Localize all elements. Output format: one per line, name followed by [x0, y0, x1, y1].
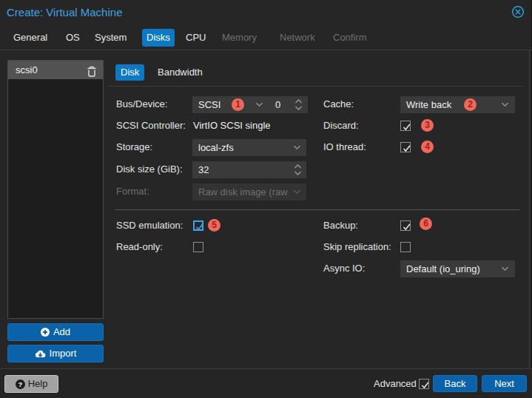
discard-label: Discard:: [323, 118, 359, 134]
help-button[interactable]: ? Help: [4, 375, 58, 393]
chevron-down-icon: [501, 266, 509, 271]
io-thread-label: IO thread:: [323, 139, 366, 155]
chevron-down-icon: [293, 189, 301, 195]
help-button-label: Help: [28, 378, 48, 389]
chevron-down-icon: [501, 102, 509, 107]
panel-tab-separator: [108, 86, 522, 87]
disk-list-panel: scsi0: [7, 60, 104, 319]
import-button-label: Import: [50, 348, 77, 359]
delete-disk-icon[interactable]: [87, 64, 97, 75]
disk-size-label: Disk size (GiB):: [116, 161, 183, 178]
skip-replication-label: Skip replication:: [323, 239, 391, 255]
add-button[interactable]: Add: [7, 323, 104, 341]
check-icon: [420, 380, 430, 390]
wizard-tabbar: General OS System Disks CPU Memory Netwo…: [0, 28, 532, 50]
read-only-checkbox[interactable]: [193, 242, 203, 252]
disk-size-value: 32: [198, 161, 209, 178]
tab-memory: Memory: [222, 28, 257, 47]
format-value: Raw disk image (raw: [198, 183, 288, 200]
bus-device-label: Bus/Device:: [116, 96, 167, 112]
cache-combo[interactable]: Write back 2: [400, 96, 515, 113]
footer-bar: ? Help Advanced Back Next: [0, 368, 532, 398]
import-button[interactable]: Import: [7, 345, 104, 362]
tab-bandwidth[interactable]: Bandwidth: [158, 64, 203, 81]
tabbar-separator: [0, 50, 532, 50]
dialog-title: Create: Virtual Machine: [7, 6, 122, 18]
tab-disks[interactable]: Disks: [142, 29, 175, 47]
spinner-arrows-icon: [294, 98, 303, 111]
backup-checkbox[interactable]: [400, 220, 411, 231]
format-combo: Raw disk image (raw: [192, 183, 306, 200]
create-vm-dialog: Create: Virtual Machine General OS Syste…: [0, 0, 532, 398]
check-icon: [402, 144, 411, 153]
io-thread-checkbox[interactable]: [400, 142, 411, 152]
backup-label: Backup:: [323, 217, 358, 234]
advanced-checkbox[interactable]: [419, 379, 429, 389]
annotation-badge-5: 5: [208, 219, 220, 232]
storage-combo[interactable]: local-zfs: [192, 139, 306, 156]
scsi-controller-label: SCSI Controller:: [116, 118, 186, 134]
tab-os[interactable]: OS: [66, 28, 80, 47]
svg-text:?: ?: [18, 380, 22, 388]
tab-disk[interactable]: Disk: [115, 64, 144, 81]
skip-replication-checkbox[interactable]: [400, 242, 411, 252]
tab-cpu[interactable]: CPU: [186, 28, 206, 47]
tab-general[interactable]: General: [13, 28, 47, 47]
close-icon[interactable]: [511, 5, 525, 18]
disk-size-spinner[interactable]: 32: [192, 161, 306, 178]
async-io-label: Async IO:: [323, 260, 365, 277]
disk-item-label: scsi0: [16, 64, 38, 75]
annotation-badge-6: 6: [420, 217, 432, 230]
advanced-label: Advanced: [374, 375, 417, 393]
annotation-badge-1: 1: [232, 98, 244, 111]
check-icon: [195, 222, 204, 232]
read-only-label: Read-only:: [116, 239, 163, 255]
chevron-down-icon: [293, 145, 301, 150]
check-icon: [402, 222, 411, 232]
format-label: Format:: [116, 183, 149, 200]
storage-label: Storage:: [116, 139, 152, 155]
check-icon: [402, 122, 411, 132]
back-button[interactable]: Back: [433, 375, 477, 392]
add-button-label: Add: [53, 326, 70, 337]
chevron-down-icon: [255, 102, 263, 107]
async-io-combo[interactable]: Default (io_uring): [400, 260, 515, 277]
ssd-emulation-label: SSD emulation:: [116, 217, 183, 234]
annotation-badge-4: 4: [421, 141, 434, 153]
discard-checkbox[interactable]: [400, 121, 411, 131]
annotation-badge-3: 3: [421, 119, 434, 132]
cache-label: Cache:: [323, 96, 354, 112]
cache-value: Write back: [406, 96, 451, 113]
annotation-badge-2: 2: [464, 98, 477, 111]
panel-right-border: [529, 50, 530, 369]
question-circle-icon: ?: [16, 380, 25, 389]
bus-device-port-value: 0: [275, 96, 280, 113]
plus-circle-icon: [41, 328, 50, 337]
cloud-import-icon: [35, 349, 46, 358]
bus-device-combo[interactable]: SCSI 1 0: [192, 96, 308, 113]
tab-network: Network: [280, 28, 315, 47]
tab-confirm: Confirm: [333, 28, 367, 47]
storage-value: local-zfs: [198, 139, 234, 156]
async-io-value: Default (io_uring): [406, 260, 480, 277]
ssd-emulation-checkbox[interactable]: [193, 220, 203, 231]
advanced-divider: [115, 209, 519, 210]
bus-device-value: SCSI: [198, 96, 220, 113]
tab-system[interactable]: System: [95, 28, 127, 47]
spinner-arrows-icon: [294, 163, 302, 176]
scsi-controller-value: VirtIO SCSI single: [193, 118, 271, 134]
disk-list-item-scsi0[interactable]: scsi0: [8, 61, 103, 79]
next-button[interactable]: Next: [482, 375, 527, 392]
